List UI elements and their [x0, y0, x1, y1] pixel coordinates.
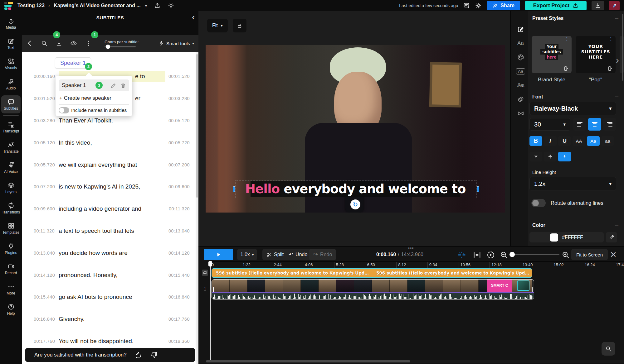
sidebar-item[interactable]: Transcript — [1, 118, 21, 136]
timeline-ruler[interactable]: 01:222:444:065:286:508:129:3410:5612:181… — [210, 261, 624, 268]
ruler-tick[interactable]: 9:34 — [427, 262, 459, 268]
ruler-tick[interactable]: 8:12 — [396, 262, 427, 268]
edit-style-icon[interactable] — [514, 24, 527, 35]
underline-button[interactable]: U — [558, 136, 571, 146]
collapse-font-icon[interactable]: – — [615, 93, 618, 100]
font-size-select[interactable]: 30▾ — [529, 118, 570, 131]
thumbs-up-icon[interactable] — [135, 351, 142, 359]
subtitle-end-time[interactable]: 00:13.040 — [165, 228, 190, 233]
subtitle-row[interactable]: 00:05.120 In this video, 00:05.720 — [22, 132, 198, 154]
boost-rocket-icon[interactable] — [609, 1, 620, 10]
subtitle-text[interactable]: is new to Kapwing's AI in 2025, — [59, 181, 165, 192]
collapse-color-icon[interactable]: – — [615, 221, 618, 228]
project-name[interactable]: Testing 123 — [17, 3, 45, 8]
sidebar-item[interactable]: Audio — [1, 75, 21, 93]
subtitle-start-time[interactable]: 00:17.760 — [34, 339, 59, 344]
subtitle-text[interactable]: pronounced. Honestly, — [59, 270, 165, 281]
subtitle-end-time[interactable]: 00:19.360 — [165, 339, 190, 344]
zoom-fit-dropdown[interactable]: Fit▾ — [207, 19, 228, 32]
timeline-zoom-slider[interactable] — [509, 254, 559, 255]
title-chevron-down-icon[interactable]: ▾ — [145, 3, 147, 8]
subtitle-text[interactable]: Givenchy. — [59, 314, 165, 325]
subtitle-row[interactable]: 00:05.720 we will explain everything tha… — [22, 154, 198, 176]
subtitle-end-time[interactable]: 00:14.120 — [165, 251, 190, 256]
close-timeline-icon[interactable]: ✕ — [609, 250, 618, 259]
sidebar-item[interactable]: Subtitles — [1, 95, 21, 113]
create-new-speaker-button[interactable]: + Create new speaker — [59, 95, 111, 101]
subtitle-start-time[interactable]: 00:15.440 — [34, 295, 59, 299]
eyedropper-icon[interactable] — [606, 232, 617, 242]
subtitle-track[interactable]: 596 subtitles (Hello everybody and welco… — [212, 268, 532, 278]
preset-card-brand-style[interactable]: ⋮ Your subtitles here — [532, 36, 572, 73]
delete-speaker-trash-icon[interactable] — [120, 83, 126, 89]
split-button[interactable]: Split — [262, 249, 288, 260]
ruler-tick[interactable]: 4:06 — [303, 262, 334, 268]
text-effects-icon[interactable]: Aa — [514, 80, 527, 91]
undo-button[interactable]: ↶Undo — [285, 249, 311, 260]
subtitle-text[interactable]: You will not be disappointed. — [59, 336, 165, 347]
unlock-icon[interactable] — [233, 19, 246, 32]
subtitle-start-time[interactable]: 00:03.280 — [34, 118, 59, 123]
sidebar-item[interactable]: Text — [1, 35, 21, 53]
play-button[interactable] — [204, 249, 233, 260]
ruler-tick[interactable]: 0 — [210, 262, 241, 268]
subtitle-row[interactable]: 00:09.600 including a video generator an… — [22, 198, 198, 220]
text-box-style-icon[interactable]: Aa — [514, 66, 527, 77]
font-family-select[interactable]: Raleway-Black▾ — [529, 102, 616, 115]
chars-per-subtitle-slider[interactable] — [105, 46, 136, 47]
subtitle-end-time[interactable]: 00:05.120 — [165, 118, 190, 123]
comments-icon[interactable] — [463, 2, 470, 9]
collapse-panel-icon[interactable]: ‹ — [192, 13, 195, 21]
end-clip-thumbnail[interactable] — [517, 280, 529, 291]
subtitle-track-icon[interactable] — [202, 270, 208, 276]
visibility-eye-icon[interactable] — [70, 40, 77, 47]
subtitle-end-time[interactable]: 00:01.520 — [165, 74, 190, 79]
subtitle-row[interactable]: 00:16.840 Givenchy. 00:17.760 — [22, 308, 198, 330]
subtitle-text[interactable]: Than Ever AI Toolkit. — [59, 115, 165, 126]
subtitle-text[interactable]: a text to speech tool that lets — [59, 225, 165, 237]
subtitle-end-time[interactable]: 00:05.720 — [165, 140, 190, 145]
panel-scrollbar-thumb[interactable] — [622, 14, 623, 81]
smart-tools-dropdown[interactable]: Smart tools ▾ — [159, 41, 194, 46]
subtitle-end-time[interactable]: 00:03.280 — [165, 96, 190, 101]
subtitle-end-time[interactable]: 00:11.320 — [165, 206, 190, 211]
ruler-tick[interactable]: 10:56 — [459, 262, 490, 268]
italic-button[interactable]: I — [544, 136, 557, 146]
line-height-select[interactable]: 1.2x▾ — [529, 177, 616, 190]
font-aa-icon[interactable]: Aa — [514, 38, 527, 49]
ruler-tick[interactable]: 17:46 — [614, 262, 624, 268]
zoom-in-icon[interactable] — [561, 251, 570, 259]
rotate-handle-icon[interactable]: ↻ — [350, 199, 360, 209]
sidebar-item[interactable]: Visuals — [1, 55, 21, 73]
bold-button[interactable]: B — [529, 136, 542, 146]
align-left-button[interactable] — [573, 118, 586, 131]
ruler-tick[interactable]: 15:02 — [552, 262, 583, 268]
valign-top-button[interactable] — [529, 152, 542, 161]
lowercase-button[interactable]: aa — [601, 136, 614, 146]
subtitle-start-time[interactable]: 00:07.200 — [34, 184, 59, 189]
titlecase-button[interactable]: Aa — [587, 136, 600, 146]
timeline-scrollbar-thumb[interactable] — [206, 360, 410, 362]
preset-card-pop[interactable]: ⋮ YOUR SUBTITLES HERE — [576, 36, 616, 73]
smart-clip-block[interactable]: SMART C — [487, 280, 512, 292]
subtitle-row[interactable]: 00:11.320 a text to speech tool that let… — [22, 220, 198, 242]
valign-middle-button[interactable] — [544, 152, 557, 161]
subtitle-start-time[interactable]: 00:09.600 — [34, 206, 59, 211]
subtitle-end-time[interactable]: 00:17.760 — [165, 317, 190, 322]
sidebar-item[interactable]: Templates — [1, 219, 21, 237]
resize-handle-right[interactable] — [477, 186, 479, 192]
subtitle-selection-box[interactable] — [236, 180, 476, 198]
download-subtitles-icon[interactable] — [56, 40, 62, 47]
subtitle-text[interactable]: including a video generator and — [59, 203, 165, 214]
sidebar-item[interactable]: AI Voice — [1, 159, 21, 177]
subtitle-text[interactable]: we will explain everything that — [59, 159, 165, 170]
blend-circles-icon[interactable] — [514, 94, 527, 105]
zoom-out-icon[interactable] — [500, 251, 508, 259]
fit-to-screen-button[interactable]: Fit to Screen — [571, 249, 608, 260]
export-share-icon[interactable] — [154, 2, 161, 9]
more-options-icon[interactable] — [85, 40, 92, 47]
subtitle-end-time[interactable]: 00:09.600 — [165, 184, 190, 189]
sidebar-item[interactable]: Help — [1, 300, 21, 318]
timeline-search-button[interactable] — [602, 342, 615, 356]
playhead-handle[interactable] — [208, 261, 212, 266]
